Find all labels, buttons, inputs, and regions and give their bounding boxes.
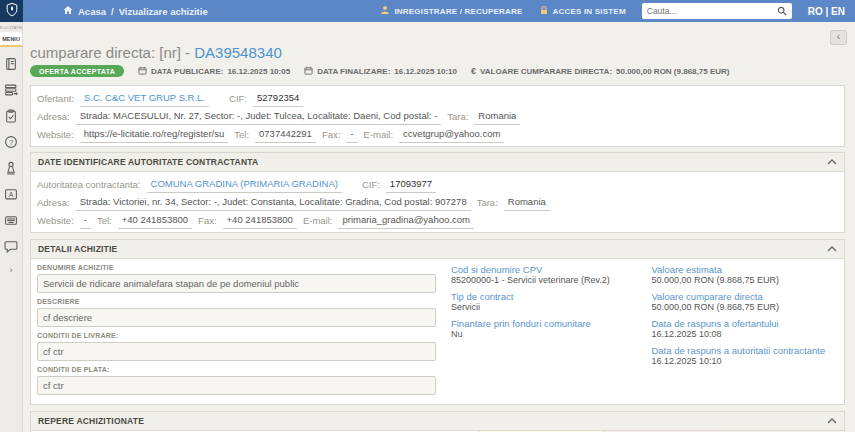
home-icon xyxy=(63,5,73,17)
ofertant-country: Romania xyxy=(474,107,520,125)
ofertant-fax: - xyxy=(346,125,357,143)
sidebar-expand-chevron[interactable]: › xyxy=(10,265,13,275)
authority-website: - xyxy=(80,211,91,229)
breadcrumb-separator: / xyxy=(111,6,114,17)
authority-cif: 17093977 xyxy=(386,175,436,193)
authority-name-link[interactable]: COMUNA GRADINA (PRIMARIA GRADINA) xyxy=(147,175,342,193)
back-button[interactable]: ‹ xyxy=(830,30,847,45)
ofertant-card: Ofertant: S.C. C&C VET GRUP S.R.L. CIF: … xyxy=(30,85,845,147)
payment-conditions-field[interactable] xyxy=(37,376,436,395)
sidebar: E-LICITATIE MENIU ? A › xyxy=(0,22,23,432)
topbar-right: INREGISTRARE / RECUPERARE ACCES IN SISTE… xyxy=(380,3,855,19)
ofertant-address-row: Adresa: Strada: MACESULUI, Nr. 27, Secto… xyxy=(37,107,838,125)
offeror-response-date-info: Data de raspuns a ofertantului 16.12.202… xyxy=(651,318,838,340)
register-link[interactable]: INREGISTRARE / RECUPERARE xyxy=(380,5,522,17)
svg-text:?: ? xyxy=(9,138,13,147)
pawn-icon[interactable] xyxy=(4,161,18,175)
meta-row: OFERTA ACCEPTATA DATA PUBLICARE: 16.12.2… xyxy=(30,63,855,79)
acquisition-name-field[interactable] xyxy=(37,274,436,293)
description-field[interactable] xyxy=(37,308,436,327)
image-a-icon[interactable]: A xyxy=(4,187,18,201)
clipboard-check-icon[interactable] xyxy=(4,109,18,123)
details-form-column: DENUMIRE ACHIZITIE DESCRIERE CONDITII DE… xyxy=(37,264,436,400)
shield-logo-icon xyxy=(6,2,18,21)
euro-icon: € xyxy=(471,66,476,76)
documents-list-icon[interactable] xyxy=(4,83,18,97)
finish-date: DATA FINALIZARE: 16.12.2025 10:10 xyxy=(304,66,457,77)
calendar-icon xyxy=(138,66,147,77)
breadcrumb-home-link[interactable]: Acasa xyxy=(78,6,106,17)
authority-phone: +40 241853800 xyxy=(118,211,192,229)
authority-fax: +40 241853800 xyxy=(223,211,297,229)
details-section-title: DETALII ACHIZITIE xyxy=(38,244,117,254)
search-icon[interactable] xyxy=(777,2,787,20)
details-info-column-2: Valoare estimata 50.000,00 RON (9.868,75… xyxy=(651,264,838,400)
authority-section-header[interactable]: DATE IDENTIFICARE AUTORITATE CONTRACTANT… xyxy=(31,153,844,172)
lock-icon xyxy=(539,5,549,17)
estimated-value-info: Valoare estimata 50.000,00 RON (9.868,75… xyxy=(651,264,838,286)
breadcrumb-current-page: Vizualizare achizitie xyxy=(119,6,208,17)
calendar-icon xyxy=(304,66,313,77)
status-badge: OFERTA ACCEPTATA xyxy=(30,65,124,77)
direct-purchase-value-info: Valoare cumparare directa 50.000,00 RON … xyxy=(651,291,838,313)
search-box xyxy=(642,3,792,19)
login-link[interactable]: ACCES IN SISTEM xyxy=(539,5,626,17)
delivery-conditions-field[interactable] xyxy=(37,342,436,361)
keyboard-icon[interactable] xyxy=(4,213,18,227)
ofertant-email: ccvetgrup@yahoo.com xyxy=(399,125,504,143)
details-info-column-1: Cod si denumire CPV 85200000-1 - Servici… xyxy=(451,264,651,400)
ofertant-address: Strada: MACESULUI, Nr. 27, Sector: -, Ju… xyxy=(76,107,441,125)
help-icon[interactable]: ? xyxy=(4,135,18,149)
ofertant-phone: 0737442291 xyxy=(255,125,316,143)
app-logo[interactable] xyxy=(0,0,23,22)
authority-address: Strada: Victoriei, nr. 34, Sector: -, Ju… xyxy=(76,193,471,211)
cpv-info: Cod si denumire CPV 85200000-1 - Servici… xyxy=(451,264,651,286)
eu-funding-info: Finantare prin fonduri comunitare Nu xyxy=(451,318,651,340)
page-title-text: cumparare directa: [nr] - xyxy=(30,44,190,61)
field-label: CONDITII DE PLATA: xyxy=(37,366,436,373)
chat-icon[interactable] xyxy=(4,239,18,253)
main-content: ‹ cumparare directa: [nr] - DA39548340 O… xyxy=(23,22,855,432)
page-title: cumparare directa: [nr] - DA39548340 xyxy=(30,44,855,61)
direct-purchase-value: € VALOARE CUMPARARE DIRECTA: 50.000,00 R… xyxy=(471,66,729,76)
breadcrumb: Acasa / Vizualizare achizitie xyxy=(63,5,208,17)
menu-toggle[interactable]: MENIU xyxy=(0,32,22,47)
sidebar-icon-list: ? A xyxy=(4,57,18,253)
field-label: DENUMIRE ACHIZITIE xyxy=(37,264,436,271)
ofertant-contact-row: Website: https://e-licitatie.ro/reg/regi… xyxy=(37,125,838,143)
details-section-header[interactable]: DETALII ACHIZITIE xyxy=(31,240,844,259)
language-switcher[interactable]: RO | EN xyxy=(808,6,845,17)
svg-text:A: A xyxy=(9,191,14,198)
sidebar-brand: E-LICITATIE xyxy=(0,25,22,30)
topbar: Acasa / Vizualizare achizitie INREGISTRA… xyxy=(0,0,855,22)
ofertant-cif: 52792354 xyxy=(253,89,303,107)
authority-country: Romania xyxy=(504,193,550,211)
authority-row: Autoritatea contractanta: COMUNA GRADINA… xyxy=(37,175,838,193)
authority-response-date-info: Data de raspuns a autoritatii contractan… xyxy=(651,345,838,367)
items-section-header[interactable]: REPERE ACHIZITIONATE xyxy=(31,412,844,431)
collapse-chevron-icon[interactable] xyxy=(827,246,837,252)
ofertant-row: Ofertant: S.C. C&C VET GRUP S.R.L. CIF: … xyxy=(37,89,838,107)
collapse-chevron-icon[interactable] xyxy=(827,418,837,424)
authority-contact-row: Website: - Tel: +40 241853800 Fax: +40 2… xyxy=(37,211,838,229)
search-input[interactable] xyxy=(647,6,777,16)
items-section-title: REPERE ACHIZITIONATE xyxy=(38,416,144,426)
procedure-code-link[interactable]: DA39548340 xyxy=(194,44,282,61)
purchased-items-card: REPERE ACHIZITIONATE Cantitate Pret (RON… xyxy=(30,411,845,432)
authority-address-row: Adresa: Strada: Victoriei, nr. 34, Secto… xyxy=(37,193,838,211)
journal-icon[interactable] xyxy=(4,57,18,71)
field-label: DESCRIERE xyxy=(37,298,436,305)
authority-card: DATE IDENTIFICARE AUTORITATE CONTRACTANT… xyxy=(30,152,845,233)
acquisition-details-card: DETALII ACHIZITIE DENUMIRE ACHIZITIE DES… xyxy=(30,239,845,405)
field-label: CONDITII DE LIVRARE: xyxy=(37,332,436,339)
collapse-chevron-icon[interactable] xyxy=(827,159,837,165)
authority-email: primaria_gradina@yahoo.com xyxy=(338,211,473,229)
ofertant-name-link[interactable]: S.C. C&C VET GRUP S.R.L. xyxy=(80,89,209,107)
contract-type-info: Tip de contract Servicii xyxy=(451,291,651,313)
person-icon xyxy=(380,5,390,17)
ofertant-website: https://e-licitatie.ro/reg/register/su xyxy=(80,125,228,143)
publish-date: DATA PUBLICARE: 16.12.2025 10:05 xyxy=(138,66,290,77)
authority-section-title: DATE IDENTIFICARE AUTORITATE CONTRACTANT… xyxy=(38,157,258,167)
